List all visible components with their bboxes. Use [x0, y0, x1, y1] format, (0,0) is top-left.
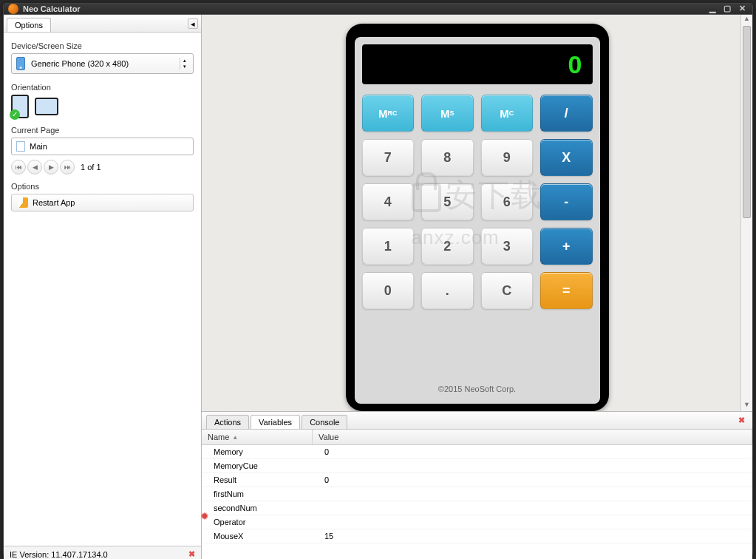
calc-key-0[interactable]: 0 — [362, 272, 415, 309]
calc-key-ms[interactable]: MS — [421, 95, 474, 132]
var-name: Operator — [202, 515, 313, 529]
app-window: Neo Calculator ▁ ▢ ✕ Options ◂ Device/Sc… — [3, 3, 753, 556]
calc-key-.[interactable]: . — [421, 272, 474, 309]
calc-keypad: MRCMSMC/789X456-123+0.C= — [362, 95, 593, 371]
restart-icon — [18, 197, 28, 208]
pager-next-button[interactable]: ▶ — [44, 160, 58, 175]
options-label: Options — [11, 182, 194, 191]
var-value — [313, 515, 752, 529]
spinner-icon[interactable]: ▴▾ — [180, 58, 188, 70]
calc-key-/[interactable]: / — [540, 95, 593, 132]
app-icon — [8, 4, 18, 14]
status-bar: IE Version: 11.407.17134.0 ✖ — [4, 546, 201, 559]
scroll-up-icon[interactable]: ▲ — [741, 15, 752, 25]
scroll-thumb[interactable] — [743, 26, 751, 218]
pager-prev-button[interactable]: ◀ — [27, 160, 42, 175]
col-value-header[interactable]: Value — [313, 430, 752, 444]
orientation-portrait-button[interactable]: ✓ — [11, 95, 29, 118]
preview-pane: 0 MRCMSMC/789X456-123+0.C= ©2015 NeoSoft… — [202, 15, 752, 411]
variables-table: Name ▲ Value Memory0MemoryCueResult0firs… — [202, 430, 752, 559]
calc-key-9[interactable]: 9 — [481, 139, 534, 176]
calc-key-4[interactable]: 4 — [362, 183, 415, 220]
calc-key-c[interactable]: C — [481, 272, 534, 309]
var-name: Result — [202, 473, 313, 487]
window-title: Neo Calculator — [23, 4, 81, 13]
check-icon: ✓ — [10, 109, 20, 120]
calc-key-mʀc[interactable]: MRC — [362, 95, 415, 132]
calc-key-8[interactable]: 8 — [421, 139, 474, 176]
var-value: 0 — [313, 445, 752, 458]
calc-key-7[interactable]: 7 — [362, 139, 415, 176]
var-value — [313, 459, 752, 472]
device-size-select[interactable]: Generic Phone (320 x 480) ▴▾ — [11, 53, 194, 74]
restart-label: Restart App — [33, 198, 75, 207]
tab-actions[interactable]: Actions — [206, 415, 249, 429]
var-value — [313, 501, 752, 515]
panel-close-icon[interactable]: ✖ — [735, 416, 748, 425]
table-row[interactable]: MemoryCue — [202, 459, 752, 473]
phone-icon — [16, 57, 25, 70]
tab-console[interactable]: Console — [302, 415, 347, 429]
device-frame: 0 MRCMSMC/789X456-123+0.C= ©2015 NeoSoft… — [346, 24, 609, 411]
orientation-label: Orientation — [11, 83, 194, 92]
sidebar-body: Device/Screen Size Generic Phone (320 x … — [4, 33, 201, 217]
var-name: secondNum — [202, 501, 313, 515]
table-row[interactable]: firstNum — [202, 487, 752, 501]
table-header: Name ▲ Value — [202, 430, 752, 445]
var-name: Memory — [202, 445, 313, 458]
calc-key-x[interactable]: X — [540, 139, 593, 176]
pager-first-button[interactable]: ⏮ — [11, 160, 26, 175]
calc-key-5[interactable]: 5 — [421, 183, 474, 220]
var-name: MouseX — [202, 529, 313, 543]
bottom-panel: ActionsVariablesConsole✖ Name ▲ Value Me… — [202, 411, 752, 559]
calc-key-2[interactable]: 2 — [421, 228, 474, 265]
calc-key-1[interactable]: 1 — [362, 228, 415, 265]
page-icon — [16, 141, 25, 152]
client-area: Options ◂ Device/Screen Size Generic Pho… — [4, 14, 752, 559]
current-page-field[interactable]: Main — [11, 138, 194, 155]
current-page-label: Current Page — [11, 126, 194, 135]
table-row[interactable]: Result0 — [202, 473, 752, 487]
current-page-value: Main — [30, 142, 47, 151]
ie-version-text: IE Version: 11.407.17134.0 — [10, 550, 108, 559]
calculator-app: 0 MRCMSMC/789X456-123+0.C= ©2015 NeoSoft… — [355, 37, 600, 404]
restart-app-button[interactable]: Restart App — [11, 194, 194, 211]
table-row[interactable]: MouseX15 — [202, 529, 752, 543]
calc-display: 0 — [362, 44, 593, 84]
device-size-value: Generic Phone (320 x 480) — [31, 59, 129, 68]
bug-icon[interactable]: ✹ — [200, 510, 212, 522]
titlebar[interactable]: Neo Calculator ▁ ▢ ✕ — [4, 4, 752, 14]
tab-options[interactable]: Options — [7, 18, 51, 32]
col-name-header[interactable]: Name ▲ — [202, 430, 313, 444]
calc-key-+[interactable]: + — [540, 228, 593, 265]
pager: ⏮ ◀ ▶ ⏭ 1 of 1 — [11, 160, 194, 175]
table-row[interactable]: secondNum — [202, 501, 752, 515]
orientation-landscape-button[interactable] — [35, 98, 58, 115]
pager-text: 1 of 1 — [81, 163, 101, 172]
minimize-icon[interactable]: ▁ — [706, 4, 718, 14]
sort-icon: ▲ — [232, 434, 238, 441]
table-row[interactable]: Operator — [202, 515, 752, 529]
sidebar: Options ◂ Device/Screen Size Generic Pho… — [4, 15, 202, 559]
calc-key--[interactable]: - — [540, 183, 593, 220]
calc-key-mc[interactable]: MC — [481, 95, 534, 132]
pager-last-button[interactable]: ⏭ — [60, 160, 75, 175]
close-icon[interactable]: ✕ — [736, 4, 748, 14]
main-area: 0 MRCMSMC/789X456-123+0.C= ©2015 NeoSoft… — [202, 15, 752, 559]
preview-scrollbar[interactable]: ▲ ▼ — [740, 15, 752, 411]
bottom-tabstrip: ActionsVariablesConsole✖ — [202, 412, 752, 430]
device-size-label: Device/Screen Size — [11, 41, 194, 50]
calc-footer: ©2015 NeoSoft Corp. — [362, 371, 593, 396]
table-row[interactable]: Memory0 — [202, 445, 752, 459]
calc-key-6[interactable]: 6 — [481, 183, 534, 220]
statusbar-close-icon[interactable]: ✖ — [188, 549, 195, 559]
calc-key-3[interactable]: 3 — [481, 228, 534, 265]
collapse-sidebar-icon[interactable]: ◂ — [188, 18, 198, 29]
tab-variables[interactable]: Variables — [251, 415, 300, 429]
var-name: firstNum — [202, 487, 313, 501]
maximize-icon[interactable]: ▢ — [721, 4, 733, 14]
scroll-down-icon[interactable]: ▼ — [741, 401, 752, 411]
var-value — [313, 487, 752, 501]
var-value: 15 — [313, 529, 752, 543]
calc-key-=[interactable]: = — [540, 272, 593, 309]
